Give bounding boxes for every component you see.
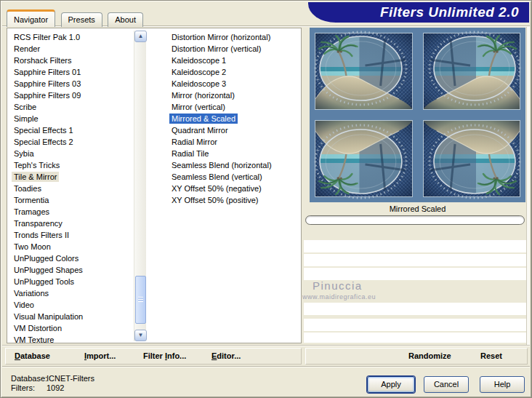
list-item[interactable]: Transparency xyxy=(8,218,132,229)
status-database-label: Database: xyxy=(11,374,47,383)
list-item[interactable]: Tramages xyxy=(8,206,132,218)
cancel-button[interactable]: Cancel xyxy=(424,376,469,393)
tab-strip: Navigator Presets About xyxy=(7,9,145,27)
preview-quadrant-top-right xyxy=(418,28,525,115)
list-item-label: Tile & Mirror xyxy=(12,172,59,182)
list-item-label: UnPlugged Tools xyxy=(12,276,76,287)
list-item[interactable]: Scribe xyxy=(8,101,132,113)
list-item[interactable]: Mirror (horizontal) xyxy=(166,89,299,101)
scrollbar-thumb[interactable] xyxy=(135,276,146,324)
list-item[interactable]: Simple xyxy=(8,113,132,124)
title-banner: Filters Unlimited 2.0 xyxy=(308,2,529,23)
list-item[interactable]: Rorshack Filters xyxy=(8,55,132,66)
scrollbar-down-arrow-icon[interactable]: ▼ xyxy=(134,330,147,341)
list-item[interactable]: Sapphire Filters 09 xyxy=(8,89,132,101)
list-item[interactable]: Video xyxy=(8,299,132,311)
filter-preview[interactable] xyxy=(310,28,525,202)
list-item[interactable]: Kaleidoscope 1 xyxy=(166,55,299,66)
list-item-label: Sybia xyxy=(12,148,36,159)
parameter-slider[interactable] xyxy=(305,215,525,225)
list-item[interactable]: Special Effects 2 xyxy=(8,136,132,148)
list-item-label: Kaleidoscope 1 xyxy=(169,55,228,65)
list-item[interactable]: Tormentia xyxy=(8,194,132,206)
list-item[interactable]: Radial Tile xyxy=(166,148,299,159)
tab-navigator[interactable]: Navigator xyxy=(7,9,55,27)
list-item-label: Distortion Mirror (horizontal) xyxy=(169,32,273,42)
list-item-label: Radial Mirror xyxy=(169,137,219,147)
toolbar-left: Database Import... Filter Info... Editor… xyxy=(5,348,302,365)
toolbar-right: Randomize Reset xyxy=(305,348,528,365)
list-item[interactable]: Visual Manipulation xyxy=(8,311,132,322)
list-item[interactable]: Teph's Tricks xyxy=(8,159,132,171)
list-item[interactable]: Kaleidoscope 3 xyxy=(166,78,299,89)
filter-info-button[interactable]: Filter Info... xyxy=(143,349,186,364)
list-item[interactable]: RCS Filter Pak 1.0 xyxy=(8,31,132,43)
list-item[interactable]: Distortion Mirror (horizontal) xyxy=(166,31,299,43)
status-filters-label: Filters: xyxy=(11,383,35,393)
list-item[interactable]: UnPlugged Tools xyxy=(8,276,132,287)
list-item-label: Distortion Mirror (vertical) xyxy=(169,44,263,54)
list-item[interactable]: XY Offset 50% (negative) xyxy=(166,183,299,194)
list-item[interactable]: Mirrored & Scaled xyxy=(166,113,299,124)
watermark-site: www.maidiregrafica.eu xyxy=(302,293,376,301)
help-button[interactable]: Help xyxy=(480,376,525,393)
list-item-label: Tronds Filters II xyxy=(12,230,71,240)
list-item[interactable]: Variations xyxy=(8,287,132,299)
list-item[interactable]: UnPlugged Colors xyxy=(8,252,132,264)
list-item[interactable]: Special Effects 1 xyxy=(8,124,132,136)
status-filters-value: 1092 xyxy=(47,383,64,393)
tab-presets[interactable]: Presets xyxy=(61,12,102,27)
list-item[interactable]: Tronds Filters II xyxy=(8,229,132,241)
category-scrollbar[interactable]: ▲ ▼ xyxy=(134,31,146,341)
tab-about[interactable]: About xyxy=(108,12,143,27)
status-separator xyxy=(2,366,530,367)
list-item[interactable]: Sybia xyxy=(8,148,132,159)
list-item[interactable]: Two Moon xyxy=(8,241,132,252)
parameter-row xyxy=(304,319,526,331)
list-item-label: Teph's Tricks xyxy=(12,160,62,170)
list-item-label: Tormentia xyxy=(12,195,51,205)
editor-button[interactable]: Editor... xyxy=(211,349,241,364)
reset-button[interactable]: Reset xyxy=(480,349,502,364)
list-item[interactable]: Sapphire Filters 01 xyxy=(8,66,132,78)
list-item-label: VM Distortion xyxy=(12,323,64,333)
list-item-label: Scribe xyxy=(12,102,39,112)
list-item[interactable]: Kaleidoscope 2 xyxy=(166,66,299,78)
list-item-label: Seamless Blend (vertical) xyxy=(169,172,265,182)
lists-panel: RCS Filter Pak 1.0RenderRorshack Filters… xyxy=(7,28,302,343)
list-item[interactable]: Sapphire Filters 03 xyxy=(8,78,132,89)
list-item-label: UnPlugged Shapes xyxy=(12,265,85,275)
list-item-label: Sapphire Filters 01 xyxy=(12,67,83,77)
filters-unlimited-dialog: Filters Unlimited 2.0 Navigator Presets … xyxy=(0,0,532,398)
database-button[interactable]: Database xyxy=(15,349,50,364)
import-button[interactable]: Import... xyxy=(84,349,116,364)
watermark-author: Pinuccia xyxy=(313,279,363,292)
list-item[interactable]: XY Offset 50% (positive) xyxy=(166,194,299,206)
list-item-label: Radial Tile xyxy=(169,148,211,159)
list-item-label: Mirrored & Scaled xyxy=(169,114,238,124)
parameter-row xyxy=(304,333,526,343)
list-item-label: Kaleidoscope 2 xyxy=(169,67,228,77)
parameter-row xyxy=(304,240,526,252)
list-item[interactable]: VM Distortion xyxy=(8,322,132,334)
list-item[interactable]: Seamless Blend (vertical) xyxy=(166,171,299,183)
list-item-label: Two Moon xyxy=(12,242,53,252)
list-item-label: Simple xyxy=(12,114,41,124)
list-item[interactable]: Render xyxy=(8,43,132,55)
list-item[interactable]: VM Texture xyxy=(8,334,132,346)
scrollbar-up-arrow-icon[interactable]: ▲ xyxy=(134,31,147,42)
list-item[interactable]: Quadrant Mirror xyxy=(166,124,299,136)
apply-button[interactable]: Apply xyxy=(367,376,415,393)
preview-quadrant-bottom-left xyxy=(310,115,418,202)
list-item[interactable]: UnPlugged Shapes xyxy=(8,264,132,276)
window-title: Filters Unlimited 2.0 xyxy=(380,2,519,23)
list-item-label: Special Effects 1 xyxy=(12,125,76,135)
list-item[interactable]: Tile & Mirror xyxy=(8,171,132,183)
list-item[interactable]: Radial Mirror xyxy=(166,136,299,148)
list-item[interactable]: Mirror (vertical) xyxy=(166,101,299,113)
list-item-label: Visual Manipulation xyxy=(12,311,85,322)
list-item[interactable]: Seamless Blend (horizontal) xyxy=(166,159,299,171)
list-item[interactable]: Toadies xyxy=(8,183,132,194)
randomize-button[interactable]: Randomize xyxy=(408,349,451,364)
list-item[interactable]: Distortion Mirror (vertical) xyxy=(166,43,299,55)
